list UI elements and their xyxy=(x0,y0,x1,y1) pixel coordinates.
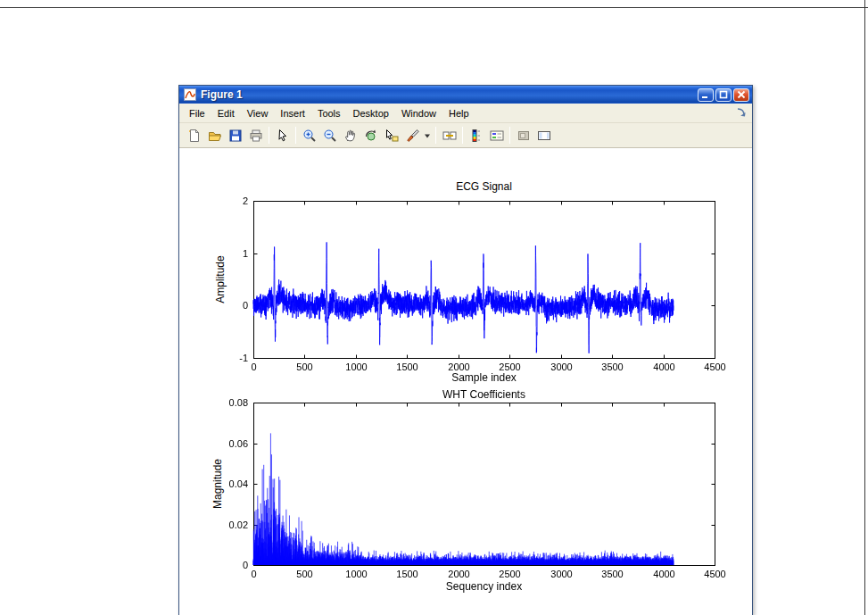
link-plots-button[interactable] xyxy=(439,125,459,145)
hide-plot-tools-icon xyxy=(517,129,531,143)
toolbar-separator xyxy=(435,127,436,144)
new-figure-icon xyxy=(187,129,202,143)
toolbar-separator xyxy=(295,127,296,144)
insert-legend-button[interactable] xyxy=(486,125,507,145)
zoom-in-icon xyxy=(302,129,317,143)
printer-icon xyxy=(249,129,263,143)
window-titlebar[interactable]: Figure 1 xyxy=(179,86,752,104)
pan-button[interactable] xyxy=(340,125,360,145)
wht-plot-canvas[interactable] xyxy=(215,395,750,589)
figure-window: Figure 1 File Edit View Insert Tools Des… xyxy=(178,85,753,615)
figure-canvas: ECG Signal Amplitude Sample index WHT Co… xyxy=(179,148,752,615)
window-title: Figure 1 xyxy=(201,88,698,101)
hide-plot-tools-button[interactable] xyxy=(513,125,533,145)
brush-icon xyxy=(405,129,419,143)
show-plot-tools-button[interactable] xyxy=(533,125,554,145)
new-figure-button[interactable] xyxy=(184,125,204,145)
wht-xlabel: Sequency index xyxy=(253,580,715,593)
menu-tools[interactable]: Tools xyxy=(311,104,347,122)
brush-dropdown-button[interactable] xyxy=(422,125,433,145)
zoom-in-button[interactable] xyxy=(299,125,319,145)
open-file-button[interactable] xyxy=(204,125,225,145)
insert-colorbar-button[interactable] xyxy=(466,125,486,145)
minimize-button[interactable] xyxy=(698,88,714,102)
rotate-3d-button[interactable] xyxy=(360,125,381,145)
matlab-figure-icon xyxy=(184,88,196,101)
rotate-3d-icon xyxy=(364,129,378,143)
page-right-rule xyxy=(864,0,865,615)
chevron-down-icon xyxy=(424,132,431,139)
zoom-out-button[interactable] xyxy=(319,125,340,145)
menu-desktop[interactable]: Desktop xyxy=(347,104,395,122)
zoom-out-icon xyxy=(323,129,337,143)
menu-file[interactable]: File xyxy=(183,104,211,122)
data-cursor-button[interactable] xyxy=(381,125,401,145)
show-plot-tools-icon xyxy=(537,129,551,143)
toolbar-separator xyxy=(269,127,269,144)
save-floppy-icon xyxy=(228,129,243,143)
menu-edit[interactable]: Edit xyxy=(211,104,241,122)
menu-window[interactable]: Window xyxy=(395,104,442,122)
menu-view[interactable]: View xyxy=(241,104,275,122)
menu-insert[interactable]: Insert xyxy=(274,104,311,122)
ecg-xlabel: Sample index xyxy=(253,371,715,384)
toolbar-separator xyxy=(509,127,510,144)
menu-help[interactable]: Help xyxy=(442,104,475,122)
save-figure-button[interactable] xyxy=(225,125,245,145)
print-figure-button[interactable] xyxy=(245,125,266,145)
close-button[interactable] xyxy=(733,88,749,102)
open-folder-icon xyxy=(208,129,222,143)
ecg-plot-title: ECG Signal xyxy=(253,180,715,193)
toolbar-separator xyxy=(462,127,463,144)
link-plots-icon xyxy=(442,129,457,143)
legend-icon xyxy=(490,129,504,143)
brush-button[interactable] xyxy=(401,125,422,145)
arrow-cursor-icon xyxy=(276,129,290,143)
maximize-button[interactable] xyxy=(715,88,732,102)
page-top-rule xyxy=(0,7,868,8)
edit-plot-button[interactable] xyxy=(272,125,293,145)
data-cursor-icon xyxy=(384,129,399,143)
colorbar-icon xyxy=(469,129,484,143)
ecg-plot-canvas[interactable] xyxy=(215,193,750,382)
menu-bar: File Edit View Insert Tools Desktop Wind… xyxy=(179,104,752,123)
toolbar xyxy=(179,123,752,148)
hand-pan-icon xyxy=(343,129,358,143)
dock-figure-icon[interactable] xyxy=(736,107,748,119)
